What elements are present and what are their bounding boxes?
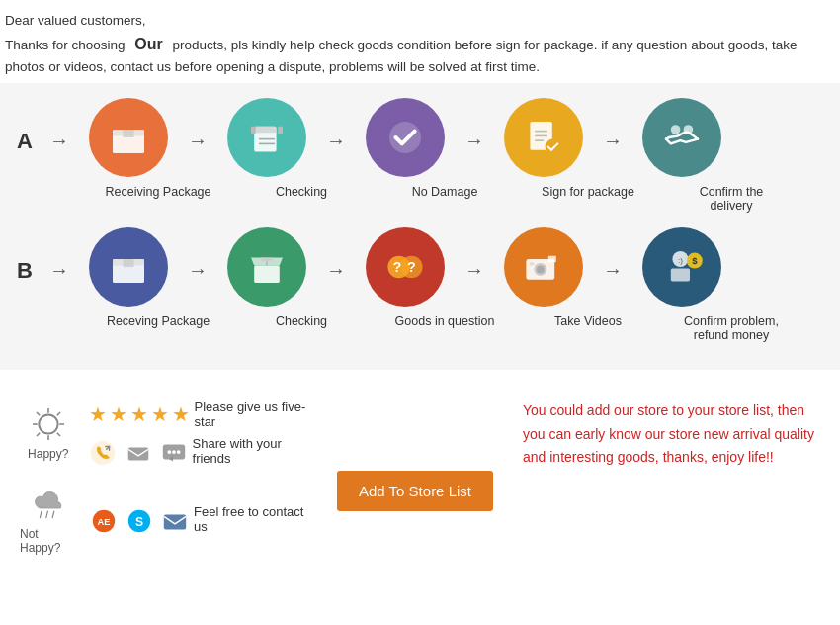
contact-text: Feel free to contact us [194, 504, 317, 534]
label-a3: No Damage [390, 185, 499, 213]
step-b5-circle: $ :) [642, 227, 721, 307]
document-check-icon [520, 114, 567, 161]
skype-icon: S [126, 507, 153, 535]
bottom-section: Happy? ★ ★ ★ ★ ★ Please give us five-sta… [0, 385, 840, 587]
happy-label: Happy? [28, 447, 68, 461]
step-a5-circle [642, 98, 721, 177]
step-a1 [74, 98, 183, 185]
add-store-button[interactable]: Add To Store List [337, 471, 493, 511]
email-share-icon [125, 439, 152, 467]
contact-actions: AE S Feel free to contact us [90, 503, 317, 535]
svg-rect-19 [123, 259, 133, 267]
checkmark-icon [381, 114, 429, 161]
step-a3-circle [366, 98, 445, 177]
process-b-icons: B → → [10, 227, 830, 314]
step-a4-circle [504, 98, 583, 177]
package-icon [105, 114, 152, 161]
process-b-labels: Receving Package Checking Goods in quest… [99, 314, 830, 342]
step-b1 [74, 227, 183, 314]
star-1: ★ [89, 402, 107, 426]
not-happy-icon-wrap: Not Happy? [20, 485, 78, 555]
step-b5: $ :) [628, 227, 736, 314]
not-happy-label: Not Happy? [20, 527, 78, 555]
arrow-b0: → [49, 259, 69, 282]
share-text: Share with your friends [193, 436, 317, 466]
process-row-a: A → → [10, 98, 830, 213]
svg-rect-4 [254, 127, 276, 133]
checking-icon [243, 114, 291, 161]
row-label-a: A [10, 129, 40, 154]
step-b4-circle [504, 227, 583, 307]
arrow-b2: → [326, 259, 346, 282]
question-icon: ? ? [381, 243, 429, 291]
arrow-a4: → [603, 130, 623, 152]
label-a4: Sign for package [534, 185, 642, 213]
camera-icon [520, 243, 567, 291]
svg-rect-2 [123, 130, 133, 137]
step-b2 [212, 227, 321, 314]
phone-share-icon [89, 439, 117, 467]
svg-text:?: ? [407, 259, 416, 275]
star-5: ★ [172, 402, 190, 426]
svg-text:$: $ [692, 255, 698, 266]
share-icons [89, 439, 188, 467]
svg-point-37 [39, 415, 57, 434]
svg-text:S: S [135, 515, 143, 529]
svg-rect-31 [530, 262, 535, 265]
step-a2-circle [227, 98, 306, 177]
header-pre: Thanks for choosing [5, 38, 126, 52]
svg-rect-33 [671, 268, 690, 281]
label-b2: Checking [247, 314, 356, 342]
step-b3-circle: ? ? [366, 227, 445, 307]
step-a2 [212, 98, 321, 185]
contact-icons: AE S [90, 507, 189, 535]
refund-icon: $ :) [658, 243, 706, 291]
cloud-rain-icon [25, 485, 74, 524]
five-star-text: Please give us five-star [195, 400, 317, 429]
process-a-labels: Receiving Package Checking No Damage Sig… [99, 185, 830, 213]
contact-email-icon [161, 507, 189, 535]
happy-icon-wrap: Happy? [20, 404, 77, 461]
star-rating: ★ ★ ★ ★ ★ [89, 402, 190, 426]
label-a1: Receiving Package [104, 185, 212, 213]
header-line1: Dear valued customers, [5, 10, 825, 32]
svg-point-29 [537, 265, 545, 273]
svg-line-43 [57, 433, 60, 436]
step-b3: ? ? [351, 227, 460, 314]
svg-text:?: ? [393, 259, 402, 275]
happy-actions: ★ ★ ★ ★ ★ Please give us five-star [89, 400, 317, 467]
svg-line-45 [37, 433, 40, 436]
svg-line-55 [52, 511, 54, 517]
open-box-icon [243, 243, 291, 291]
svg-point-51 [172, 450, 176, 454]
svg-rect-20 [254, 265, 280, 283]
header-line2: Thanks for choosing Our products, pls ki… [5, 32, 825, 78]
arrow-b1: → [188, 259, 208, 282]
arrow-a3: → [464, 130, 484, 152]
chat-share-icon [160, 439, 188, 467]
label-b3: Goods in question [390, 314, 499, 342]
step-a5 [628, 98, 736, 185]
step-b2-circle [227, 227, 306, 307]
aliexpress-icon: AE [90, 507, 118, 535]
step-a3 [351, 98, 460, 185]
svg-point-46 [90, 441, 114, 465]
svg-line-42 [37, 412, 40, 415]
svg-line-54 [45, 511, 47, 517]
svg-text::): :) [678, 256, 683, 265]
handshake-icon [658, 114, 706, 161]
label-b5: Confirm problem, refund money [677, 314, 786, 342]
step-a4 [489, 98, 598, 185]
star-4: ★ [151, 402, 169, 426]
label-a2: Checking [247, 185, 356, 213]
left-bottom: Happy? ★ ★ ★ ★ ★ Please give us five-sta… [20, 400, 317, 573]
arrow-b4: → [603, 259, 623, 282]
arrow-b3: → [464, 259, 484, 282]
svg-line-44 [57, 412, 60, 415]
svg-rect-30 [548, 256, 556, 262]
label-b4: Take Videos [534, 314, 642, 342]
promo-text: You could add our store to your store li… [523, 400, 820, 470]
process-section: A → → [0, 83, 840, 370]
arrow-a1: → [188, 130, 208, 152]
label-b1: Receving Package [104, 314, 212, 342]
